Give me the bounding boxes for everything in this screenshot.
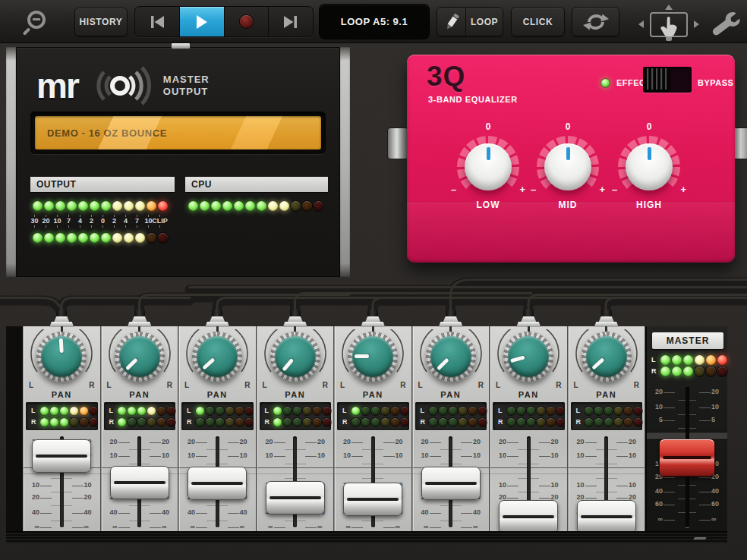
pan-top-notch bbox=[61, 326, 63, 332]
g-led bbox=[137, 407, 146, 415]
pan-knob-ch5[interactable] bbox=[348, 332, 398, 382]
g-led bbox=[50, 407, 58, 415]
pan-label: PAN bbox=[569, 390, 645, 399]
fader-ch8[interactable] bbox=[577, 500, 636, 533]
fader-ch3[interactable] bbox=[188, 467, 247, 500]
device-handle bbox=[171, 42, 191, 49]
g-led bbox=[604, 418, 613, 426]
jack-neck bbox=[210, 316, 225, 322]
edit-loop-group: LOOP bbox=[437, 7, 503, 36]
fader-ch6[interactable] bbox=[421, 467, 481, 500]
jack-neck bbox=[54, 316, 69, 322]
r-led bbox=[478, 407, 487, 415]
scale-label: 40 bbox=[711, 487, 725, 495]
channel-strips: L R PAN L R 20201010101020204040∞∞ L R P… bbox=[23, 326, 645, 531]
g-led bbox=[33, 233, 43, 243]
y-led bbox=[70, 418, 78, 426]
g-led bbox=[273, 407, 282, 415]
fader-ch4[interactable] bbox=[266, 481, 325, 514]
pan-navigator-button[interactable] bbox=[632, 3, 705, 41]
minus-label: – bbox=[531, 184, 536, 195]
scale-label: 10 bbox=[415, 451, 429, 459]
eq-knob-low[interactable] bbox=[465, 143, 512, 190]
y-led bbox=[135, 233, 145, 243]
fader-ch5[interactable] bbox=[343, 483, 402, 516]
pan-knob-ch7[interactable] bbox=[503, 332, 553, 382]
fader-ch2[interactable] bbox=[110, 466, 169, 499]
pan-knob-ch2[interactable] bbox=[115, 332, 165, 382]
scale-label: 10 bbox=[396, 451, 409, 459]
fader-ch7[interactable] bbox=[499, 500, 558, 533]
o-led bbox=[157, 407, 165, 415]
eq-knob-high[interactable] bbox=[626, 143, 673, 190]
skip-back-button[interactable] bbox=[135, 7, 180, 36]
skip-forward-button[interactable] bbox=[269, 7, 313, 36]
g-led bbox=[196, 418, 204, 426]
pan-right-label: R bbox=[167, 381, 172, 389]
meter-scale-mark: 4 bbox=[120, 215, 131, 228]
o-led bbox=[624, 407, 632, 415]
loop-position-display[interactable]: LOOP A5: 9.1 bbox=[320, 5, 429, 39]
device-logo: mr MASTER OUTPUT bbox=[36, 63, 210, 109]
skip-back-icon bbox=[149, 15, 165, 29]
settings-button[interactable] bbox=[712, 6, 742, 38]
scale-label: 20 bbox=[240, 438, 254, 445]
pan-knob-ch8[interactable] bbox=[582, 332, 632, 382]
y-led bbox=[459, 418, 467, 426]
pan-right-label: R bbox=[244, 381, 250, 389]
master-fader[interactable] bbox=[659, 439, 715, 477]
scale-label: 20 bbox=[649, 388, 663, 395]
y-led bbox=[124, 201, 134, 211]
scale-label: ∞ bbox=[84, 523, 98, 530]
g-led bbox=[44, 201, 54, 211]
pan-knob-ch3[interactable] bbox=[192, 332, 242, 382]
pan-top-notch bbox=[216, 326, 219, 332]
g-led bbox=[517, 407, 525, 415]
song-display[interactable]: DEMO - 16 OZ BOUNCE bbox=[30, 112, 326, 154]
history-button[interactable]: HISTORY bbox=[74, 8, 128, 36]
zoom-out-icon[interactable] bbox=[24, 9, 50, 35]
g-led bbox=[371, 407, 380, 415]
y-led bbox=[614, 407, 622, 415]
o-led bbox=[706, 355, 716, 365]
loop-button[interactable]: LOOP bbox=[466, 8, 503, 36]
scale-label: 20 bbox=[26, 493, 39, 501]
eq-knob-mid[interactable] bbox=[544, 143, 591, 190]
bypass-label: BYPASS bbox=[698, 78, 733, 87]
pan-knob-ch6[interactable] bbox=[426, 332, 476, 382]
g-led bbox=[55, 233, 65, 243]
fader-zone-ch7: 20201010101020204040∞∞ bbox=[490, 433, 567, 531]
band-name: LOW bbox=[446, 200, 530, 210]
pan-left-label: L bbox=[184, 381, 189, 389]
channel-strip-3: L R PAN L R 20201010101020204040∞∞ bbox=[178, 326, 257, 531]
play-button[interactable] bbox=[180, 7, 225, 36]
channel-meter-ch6: L R bbox=[415, 402, 487, 430]
eq-device: 3Q 3-BAND EQUALIZER EFFECT BYPASS 0 – + … bbox=[383, 47, 747, 281]
g-led bbox=[371, 418, 380, 426]
scale-label: 10 bbox=[571, 451, 585, 459]
effect-bypass-switch[interactable] bbox=[643, 67, 692, 93]
r-led bbox=[167, 418, 175, 426]
pan-pointer bbox=[591, 357, 604, 370]
wrench-icon bbox=[712, 6, 741, 38]
pan-right-label: R bbox=[89, 381, 94, 389]
record-button[interactable] bbox=[225, 7, 269, 36]
fader-ch1[interactable] bbox=[32, 439, 91, 473]
r-led bbox=[90, 418, 98, 426]
minus-label: – bbox=[451, 184, 456, 195]
pan-knob-ch1[interactable] bbox=[36, 332, 87, 382]
repeat-button[interactable] bbox=[572, 7, 619, 36]
g-led bbox=[118, 418, 126, 426]
y-led bbox=[147, 407, 156, 415]
edit-button[interactable] bbox=[437, 8, 466, 36]
o-led bbox=[547, 407, 555, 415]
pan-knob-ch4[interactable] bbox=[270, 332, 320, 382]
cpu-meter-row bbox=[188, 201, 323, 211]
g-led bbox=[683, 367, 693, 376]
click-button[interactable]: CLICK bbox=[511, 7, 565, 36]
output-meter-bottom bbox=[33, 233, 168, 243]
y-led bbox=[225, 418, 234, 426]
pan-left-label: L bbox=[574, 381, 578, 389]
pan-left-label: L bbox=[340, 381, 345, 389]
r-led bbox=[556, 418, 565, 426]
